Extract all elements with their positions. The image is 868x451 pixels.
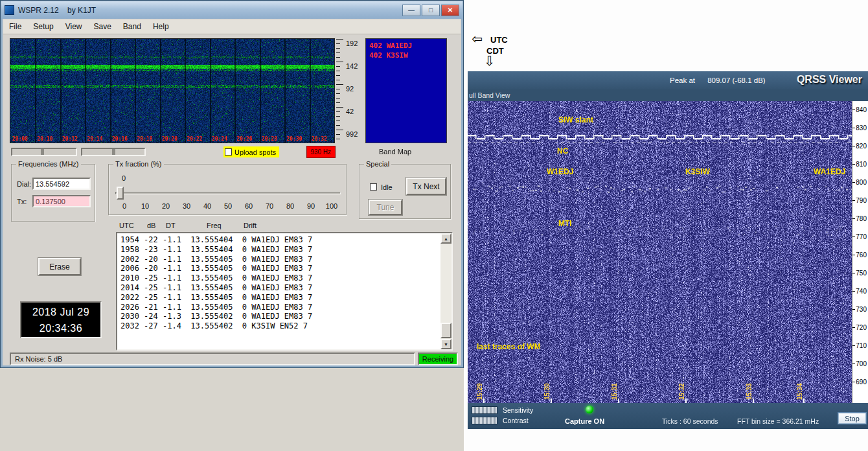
close-button[interactable]: ✕ <box>441 5 459 16</box>
contrast-slider[interactable] <box>472 417 497 424</box>
contrast-label: Contrast <box>503 417 529 424</box>
idle-checkbox[interactable] <box>370 183 377 191</box>
qrss-time-label: 15:32 <box>678 383 685 400</box>
waterfall-time-label: 20:22 <box>187 136 203 142</box>
wspr-menubar: FileSetupViewSaveBandHelp <box>3 19 461 34</box>
tx-fraction-slider[interactable] <box>115 187 341 200</box>
level-meter-1 <box>11 148 77 156</box>
qrss-viewer-window: Peak at 809.07 (-68.1 dB) QRSS Viewer ul… <box>468 71 868 429</box>
qrss-scale-label: 710 <box>856 342 867 349</box>
receiving-status-badge: Receiving <box>418 353 458 365</box>
qrss-scale-label: 810 <box>856 161 867 168</box>
tx-frequency-field[interactable] <box>32 195 91 207</box>
qrss-time-label: 15:30 <box>543 383 551 400</box>
maximize-button[interactable]: □ <box>422 5 440 16</box>
waterfall-time-label: 20:28 <box>262 136 277 142</box>
qrss-time-label: 15:31 <box>611 383 618 400</box>
waterfall-time-label: 20:18 <box>137 136 153 142</box>
annotation-k3siw: K3SIW <box>685 167 710 176</box>
waterfall-time-label: 20:08 <box>12 136 28 142</box>
special-group: Special Idle Tx Next Tune <box>359 164 451 219</box>
column-header-utc: UTC <box>119 222 134 229</box>
tx-label: Tx: <box>17 198 27 205</box>
waterfall-time-label: 20:10 <box>38 136 53 142</box>
minimize-button[interactable]: — <box>402 5 420 16</box>
menu-file[interactable]: File <box>3 20 27 33</box>
qrss-scale-label: 820 <box>856 143 867 150</box>
waterfall-time-label: 20:32 <box>312 136 327 142</box>
date-time-display: 2018 Jul 29 20:34:36 <box>20 301 102 338</box>
frequencies-group: Frequencies (MHz) Dial: Tx: <box>11 164 95 222</box>
tx-fraction-tick: 100 <box>323 202 340 210</box>
special-legend: Special <box>364 160 391 168</box>
decode-scrollbar[interactable]: ▲ ▼ <box>440 233 451 349</box>
column-header-db: dB <box>147 222 155 229</box>
annotation-siw-slant: SIW slant <box>558 115 593 124</box>
scroll-up-button[interactable]: ▲ <box>440 233 451 244</box>
scroll-thumb[interactable] <box>440 323 451 338</box>
upload-spots-option[interactable]: Upload spots <box>223 146 279 157</box>
wspr-waterfall-canvas <box>10 39 334 143</box>
qrss-scale-tick <box>852 146 855 146</box>
capture-led-icon <box>586 406 593 413</box>
waterfall-time-label: 20:26 <box>237 136 253 142</box>
sensitivity-slider[interactable] <box>472 406 497 414</box>
annotation-wa1edj: WA1EDJ <box>814 167 845 176</box>
qrss-scale-tick <box>852 128 855 128</box>
qrss-waterfall: SIW slant NC W1EDJ K3SIW WA1EDJ MTI last… <box>468 101 852 403</box>
qrss-time-label: 15:34 <box>796 383 803 400</box>
qrss-scale-label: 730 <box>856 306 867 313</box>
tx-fraction-group: Tx fraction (%) 0 0102030405060708090100 <box>108 164 347 215</box>
annotation-w1edj: W1EDJ <box>547 167 573 176</box>
qrss-scale-label: 760 <box>856 251 867 259</box>
menu-help[interactable]: Help <box>147 20 175 33</box>
band-map-panel: 402 WA1EDJ402 K3SIW <box>365 38 447 143</box>
qrss-scale-tick <box>852 182 855 183</box>
waterfall-time-label: 20:16 <box>112 136 128 142</box>
qrss-scale-tick <box>852 237 855 237</box>
menu-view[interactable]: View <box>60 20 88 33</box>
menu-band[interactable]: Band <box>117 20 147 33</box>
dial-frequency-field[interactable] <box>32 178 91 190</box>
qrss-scale-tick <box>852 364 855 364</box>
decode-list[interactable]: 1954 -22 -1.1 13.555404 0 WA1EDJ EM83 7 … <box>116 232 453 351</box>
waterfall-scale-label: 142 <box>346 62 358 70</box>
band-map-caption: Band Map <box>379 148 411 156</box>
menu-setup[interactable]: Setup <box>27 20 59 33</box>
slider-thumb[interactable] <box>117 187 124 200</box>
upload-spots-checkbox[interactable] <box>225 148 232 156</box>
column-header-freq: Freq <box>207 222 222 229</box>
stop-button[interactable]: Stop <box>838 412 867 424</box>
tab-full-band-view[interactable]: ull Band View <box>469 91 510 99</box>
band-map-entry: 402 K3SIW <box>369 51 443 60</box>
qrss-time-label: 15:29 <box>476 383 483 400</box>
dial-label: Dial: <box>17 180 31 188</box>
waterfall-time-label: 20:30 <box>287 136 303 142</box>
tx-next-button[interactable]: Tx Next <box>406 178 446 195</box>
qrss-tab-strip: ull Band View <box>468 89 868 101</box>
peak-readout: Peak at 809.07 (-68.1 dB) <box>670 76 766 84</box>
tx-fraction-tick: 60 <box>240 202 257 210</box>
tx-fraction-tick: 10 <box>137 202 154 210</box>
qrss-scale-tick <box>852 164 855 165</box>
tx-fraction-tick: 20 <box>157 202 174 210</box>
qrss-scale-label: 720 <box>856 324 867 331</box>
capture-status: Capture ON <box>565 417 604 425</box>
clock-time: 20:34:36 <box>40 320 82 336</box>
qrss-header[interactable]: Peak at 809.07 (-68.1 dB) QRSS Viewer <box>468 71 868 89</box>
wspr-titlebar[interactable]: WSPR 2.12 by K1JT — □ ✕ <box>1 1 463 19</box>
scroll-down-button[interactable]: ▼ <box>440 339 451 349</box>
meter-tick <box>41 149 44 155</box>
qrss-scale-tick <box>852 218 855 219</box>
waterfall-time-label: 20:24 <box>212 136 227 142</box>
tx-fraction-value: 0 <box>122 174 126 182</box>
frequency-ruler-major-ticks <box>336 39 343 143</box>
qrss-scale-label: 840 <box>856 106 867 113</box>
erase-button[interactable]: Erase <box>38 258 81 275</box>
upload-spots-label: Upload spots <box>234 148 276 156</box>
rx-noise-status: Rx Noise: 5 dB <box>10 353 415 365</box>
qrss-scale-tick <box>852 327 855 328</box>
slider-channel[interactable] <box>115 192 341 194</box>
tune-button[interactable]: Tune <box>369 200 402 215</box>
menu-save[interactable]: Save <box>88 20 117 33</box>
